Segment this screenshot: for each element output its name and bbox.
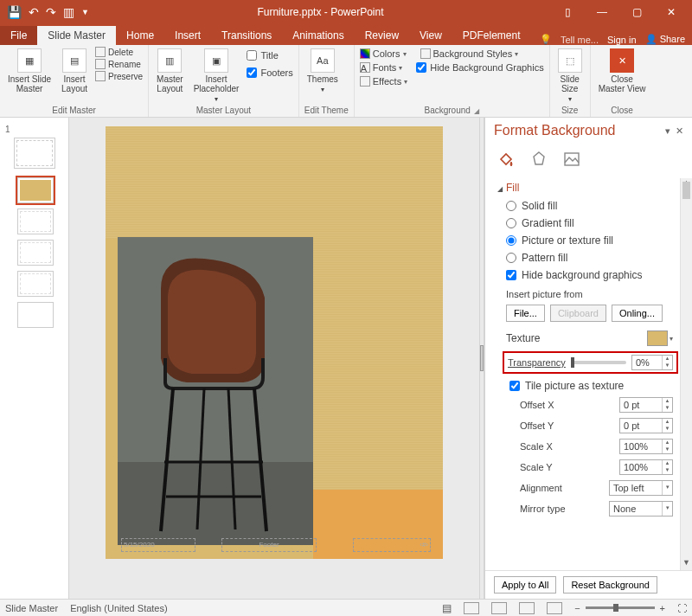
insert-picture-from-label: Insert picture from bbox=[497, 284, 689, 303]
hide-bg-graphics-check[interactable]: Hide background graphics bbox=[497, 266, 689, 284]
fit-to-window-icon[interactable]: ⛶ bbox=[677, 603, 687, 613]
scroll-thumb[interactable] bbox=[682, 182, 690, 199]
rename-button[interactable]: Rename bbox=[95, 59, 143, 69]
bg-styles-icon bbox=[420, 48, 431, 59]
layout-thumbnail-2[interactable] bbox=[17, 209, 54, 234]
redo-icon[interactable]: ↷ bbox=[46, 5, 56, 19]
offset-y-spinner[interactable]: 0 pt▲▼ bbox=[619, 418, 673, 433]
ribbon-options-icon[interactable]: ▯ bbox=[552, 3, 583, 21]
texture-dropdown-icon[interactable]: ▾ bbox=[670, 335, 673, 343]
page-number-placeholder[interactable]: ‹#› bbox=[353, 538, 431, 552]
footer-placeholder[interactable]: Footer bbox=[221, 538, 317, 552]
insert-placeholder-button[interactable]: ▣ Insert Placeholder ▾ bbox=[191, 47, 242, 105]
solid-fill-radio[interactable]: Solid fill bbox=[497, 197, 689, 215]
master-thumbnail[interactable] bbox=[14, 138, 55, 169]
fonts-dropdown[interactable]: AFonts▾ bbox=[360, 62, 403, 73]
tab-animations[interactable]: Animations bbox=[282, 26, 354, 45]
pane-title: Format Background bbox=[494, 123, 616, 138]
colors-dropdown[interactable]: Colors▾ bbox=[360, 48, 407, 59]
zoom-in-icon[interactable]: + bbox=[660, 603, 665, 613]
scroll-down-icon[interactable]: ▼ bbox=[681, 558, 692, 570]
pane-menu-icon[interactable]: ▾ bbox=[665, 125, 670, 137]
maximize-button[interactable]: ▢ bbox=[621, 3, 652, 21]
themes-button[interactable]: Aa Themes ▾ bbox=[304, 47, 341, 95]
slide-size-button[interactable]: ⬚ Slide Size ▾ bbox=[555, 47, 585, 105]
splitter-handle-icon[interactable] bbox=[480, 345, 484, 371]
tile-picture-check[interactable]: Tile picture as texture bbox=[497, 377, 689, 395]
pane-scrollbar[interactable]: ▲ ▼ bbox=[680, 178, 692, 570]
layout-thumbnail-4[interactable] bbox=[17, 271, 54, 297]
delete-button[interactable]: Delete bbox=[95, 47, 143, 57]
tell-me-input[interactable]: Tell me... bbox=[561, 35, 599, 45]
start-slideshow-icon[interactable]: ▥ bbox=[63, 5, 74, 19]
gradient-fill-radio[interactable]: Gradient fill bbox=[497, 215, 689, 232]
date-placeholder[interactable]: 5/15/2020 bbox=[121, 538, 195, 552]
slide-canvas[interactable]: 5/15/2020 Footer ‹#› bbox=[69, 118, 479, 599]
reading-view-icon[interactable] bbox=[519, 602, 535, 614]
share-button[interactable]: 👤 Share bbox=[645, 34, 685, 45]
layout-thumbnail-5[interactable] bbox=[17, 302, 54, 328]
layout-thumbnail-1[interactable] bbox=[17, 177, 54, 203]
tab-insert[interactable]: Insert bbox=[164, 26, 211, 45]
zoom-out-icon[interactable]: − bbox=[574, 603, 580, 613]
title-checkbox[interactable]: Title bbox=[247, 50, 292, 61]
save-icon[interactable]: 💾 bbox=[7, 5, 22, 19]
undo-icon[interactable]: ↶ bbox=[29, 5, 39, 19]
alignment-combo[interactable]: Top left▾ bbox=[609, 480, 673, 496]
slide-thumbnails-panel[interactable]: 1 bbox=[0, 118, 69, 599]
file-button[interactable]: File... bbox=[506, 305, 545, 322]
background-styles-dropdown[interactable]: Background Styles▾ bbox=[420, 48, 519, 59]
fill-section-header[interactable]: Fill bbox=[497, 178, 689, 197]
tab-home[interactable]: Home bbox=[116, 26, 164, 45]
hide-bg-graphics-checkbox[interactable]: Hide Background Graphics bbox=[416, 62, 543, 73]
tab-slide-master[interactable]: Slide Master bbox=[37, 26, 116, 45]
insert-layout-button[interactable]: ▤ Insert Layout bbox=[59, 47, 90, 95]
tab-pdfelement[interactable]: PDFelement bbox=[452, 26, 531, 45]
status-language[interactable]: English (United States) bbox=[70, 603, 168, 613]
pane-close-icon[interactable]: ✕ bbox=[676, 125, 683, 137]
picture-tab-icon[interactable] bbox=[560, 147, 584, 171]
pane-splitter[interactable] bbox=[479, 118, 484, 599]
slideshow-view-icon[interactable] bbox=[547, 602, 562, 614]
texture-swatch[interactable] bbox=[647, 330, 668, 346]
close-window-button[interactable]: ✕ bbox=[656, 3, 687, 21]
apply-to-all-button[interactable]: Apply to All bbox=[494, 576, 556, 594]
normal-view-icon[interactable] bbox=[464, 602, 479, 614]
tab-review[interactable]: Review bbox=[355, 26, 409, 45]
online-button[interactable]: Onling... bbox=[612, 305, 663, 322]
zoom-slider[interactable] bbox=[586, 606, 655, 609]
pattern-fill-radio[interactable]: Pattern fill bbox=[497, 249, 689, 266]
sign-in-link[interactable]: Sign in bbox=[607, 35, 637, 45]
slide[interactable]: 5/15/2020 Footer ‹#› bbox=[106, 126, 443, 559]
minimize-button[interactable]: — bbox=[586, 3, 618, 21]
format-background-pane: Format Background ▾ ✕ Fill Solid fill Gr… bbox=[484, 118, 692, 599]
scale-x-label: Scale X bbox=[520, 441, 553, 452]
effects-dropdown[interactable]: Effects▾ bbox=[360, 76, 407, 87]
preserve-button[interactable]: Preserve bbox=[95, 71, 143, 81]
master-layout-button[interactable]: ▥ Master Layout bbox=[154, 47, 186, 95]
close-master-view-button[interactable]: ✕ Close Master View bbox=[596, 47, 649, 95]
transparency-spinner[interactable]: 0%▲▼ bbox=[631, 355, 673, 370]
group-size: Size bbox=[555, 106, 585, 117]
chair-image[interactable] bbox=[118, 237, 313, 545]
reset-background-button[interactable]: Reset Background bbox=[563, 576, 657, 594]
picture-texture-fill-radio[interactable]: Picture or texture fill bbox=[497, 232, 689, 249]
fill-tab-icon[interactable] bbox=[494, 147, 518, 171]
transparency-slider[interactable] bbox=[571, 361, 626, 364]
background-dialog-launcher[interactable]: ◢ bbox=[474, 107, 479, 115]
footers-checkbox[interactable]: Footers bbox=[247, 67, 292, 78]
scale-y-spinner[interactable]: 100%▲▼ bbox=[619, 459, 673, 475]
scale-x-spinner[interactable]: 100%▲▼ bbox=[619, 439, 673, 454]
offset-x-spinner[interactable]: 0 pt▲▼ bbox=[619, 397, 673, 413]
qat-customize-icon[interactable]: ▼ bbox=[81, 8, 89, 16]
effects-tab-icon[interactable] bbox=[527, 147, 551, 171]
zoom-control[interactable]: − + bbox=[574, 603, 665, 613]
notes-button[interactable]: ▤ bbox=[442, 602, 452, 614]
mirror-type-combo[interactable]: None▾ bbox=[609, 501, 673, 517]
tab-transitions[interactable]: Transitions bbox=[211, 26, 282, 45]
tab-file[interactable]: File bbox=[0, 26, 37, 45]
sorter-view-icon[interactable] bbox=[491, 602, 507, 614]
tab-view[interactable]: View bbox=[409, 26, 452, 45]
insert-slide-master-button[interactable]: ▦ Insert Slide Master bbox=[5, 47, 54, 95]
layout-thumbnail-3[interactable] bbox=[17, 240, 54, 266]
